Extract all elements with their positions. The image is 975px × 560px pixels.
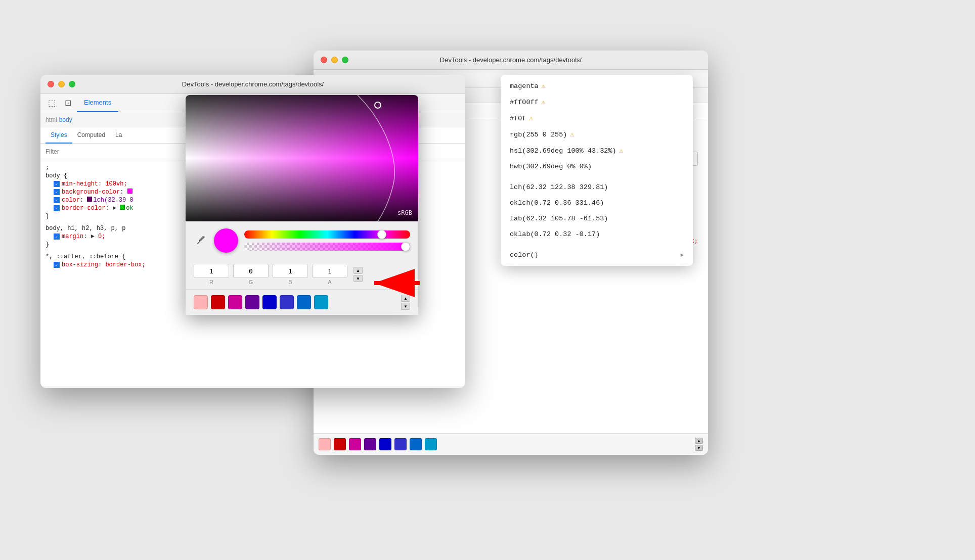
a-label: A: [328, 279, 331, 285]
back-swatch-4[interactable]: [379, 438, 391, 450]
warning-icon-magenta: ⚠: [542, 82, 546, 90]
color-swatch[interactable]: [87, 197, 92, 202]
front-tab-styles[interactable]: Styles: [46, 127, 72, 144]
r-field: R: [194, 264, 229, 285]
back-maximize-button[interactable]: [342, 57, 348, 63]
r-input[interactable]: [194, 264, 229, 278]
border-color-swatch[interactable]: [120, 205, 125, 210]
front-titlebar: DevTools - developer.chrome.com/tags/dev…: [40, 75, 465, 94]
g-field: G: [233, 264, 269, 285]
rgba-inputs: R G B A ▲ ▼: [186, 260, 418, 289]
back-swatches-down[interactable]: ▼: [695, 445, 703, 451]
dropdown-item-lch[interactable]: lch(62.32 122.38 329.81): [501, 179, 693, 195]
b-field: B: [273, 264, 308, 285]
color-controls: [186, 221, 418, 260]
back-swatch-2[interactable]: [349, 438, 361, 450]
back-swatch-0[interactable]: [319, 438, 331, 450]
dropdown-item-oklch[interactable]: oklch(0.72 0.36 331.46): [501, 195, 693, 211]
swatch-0[interactable]: [194, 295, 208, 309]
color-swatches-row: ▲ ▼: [186, 289, 418, 315]
back-swatches-row: ▲ ▼: [314, 433, 708, 455]
swatch-1[interactable]: [211, 295, 225, 309]
prop-checkbox-min-height[interactable]: [54, 181, 60, 187]
spinner-down[interactable]: ▼: [353, 275, 363, 282]
a-field: A: [312, 264, 347, 285]
back-titlebar: DevTools - developer.chrome.com/tags/dev…: [314, 51, 708, 70]
front-tab-elements[interactable]: Elements: [77, 94, 118, 112]
alpha-thumb[interactable]: [401, 242, 410, 251]
front-cursor-icon[interactable]: ⬚: [45, 96, 59, 110]
dropdown-item-f0f[interactable]: #f0f ⚠: [501, 110, 693, 126]
dropdown-item-ff00ff[interactable]: #ff00ff ⚠: [501, 94, 693, 110]
swatches-up[interactable]: ▲: [401, 295, 410, 302]
front-maximize-button[interactable]: [69, 81, 75, 87]
front-window-title: DevTools - developer.chrome.com/tags/dev…: [182, 80, 324, 88]
prop-checkbox-bg[interactable]: [54, 189, 60, 195]
dropdown-item-magenta[interactable]: magenta ⚠: [501, 78, 693, 94]
r-label: R: [209, 279, 213, 285]
prop-checkbox-margin[interactable]: [54, 234, 60, 240]
g-input[interactable]: [233, 264, 269, 278]
warning-icon-rgb: ⚠: [570, 130, 574, 138]
swatch-6[interactable]: [297, 295, 311, 309]
swatch-5[interactable]: [280, 295, 294, 309]
gamut-curve: [186, 95, 418, 221]
g-label: G: [249, 279, 253, 285]
prop-checkbox-border[interactable]: [54, 205, 60, 211]
b-label: B: [288, 279, 292, 285]
hue-thumb[interactable]: [377, 230, 386, 239]
warning-icon-f0f: ⚠: [529, 114, 533, 122]
color-preview[interactable]: [214, 228, 238, 253]
front-minimize-button[interactable]: [58, 81, 65, 87]
alpha-slider[interactable]: [244, 243, 410, 251]
front-tab-computed[interactable]: Computed: [72, 127, 110, 144]
back-swatch-3[interactable]: [364, 438, 376, 450]
back-swatch-5[interactable]: [394, 438, 407, 450]
front-tab-la[interactable]: La: [110, 127, 127, 144]
warning-icon-ff00ff: ⚠: [542, 98, 546, 106]
front-breadcrumb-body[interactable]: body: [59, 116, 72, 123]
dropdown-divider-2: [501, 242, 693, 247]
spectrum-cursor[interactable]: [374, 102, 381, 109]
front-close-button[interactable]: [48, 81, 54, 87]
back-swatch-7[interactable]: [425, 438, 437, 450]
swatch-3[interactable]: [245, 295, 259, 309]
rgba-spinner: ▲ ▼: [353, 267, 363, 282]
warning-icon-hsl: ⚠: [619, 147, 624, 155]
dropdown-item-hsl[interactable]: hsl(302.69deg 100% 43.32%) ⚠: [501, 143, 693, 159]
back-swatch-1[interactable]: [334, 438, 346, 450]
front-traffic-lights[interactable]: [48, 81, 75, 87]
srgb-label: sRGB: [397, 209, 412, 216]
swatch-7[interactable]: [314, 295, 328, 309]
color-arrow-icon: ►: [680, 252, 684, 258]
spinner-up[interactable]: ▲: [353, 267, 363, 274]
back-traffic-lights[interactable]: [321, 57, 348, 63]
prop-checkbox-color[interactable]: [54, 197, 60, 203]
dropdown-item-rgb[interactable]: rgb(255 0 255) ⚠: [501, 126, 693, 143]
swatch-2[interactable]: [228, 295, 242, 309]
sliders-container: [244, 230, 410, 251]
back-window-title: DevTools - developer.chrome.com/tags/dev…: [440, 56, 582, 64]
dropdown-item-lab[interactable]: lab(62.32 105.78 -61.53): [501, 211, 693, 226]
swatch-4[interactable]: [262, 295, 277, 309]
dropdown-item-color[interactable]: color() ►: [501, 247, 693, 263]
front-breadcrumb-html[interactable]: html: [46, 116, 57, 123]
dropdown-item-hwb[interactable]: hwb(302.69deg 0% 0%): [501, 159, 693, 174]
eyedropper-button[interactable]: [194, 234, 208, 248]
dropdown-item-oklab[interactable]: oklab(0.72 0.32 -0.17): [501, 226, 693, 242]
prop-checkbox-box-sizing[interactable]: [54, 262, 60, 268]
back-close-button[interactable]: [321, 57, 327, 63]
back-swatches-up[interactable]: ▲: [695, 438, 703, 444]
front-inspect-icon[interactable]: ⊡: [61, 96, 75, 110]
color-spectrum[interactable]: sRGB: [186, 95, 418, 221]
color-format-dropdown: magenta ⚠ #ff00ff ⚠ #f0f ⚠ rgb(255 0 255…: [501, 75, 693, 266]
dropdown-divider-1: [501, 174, 693, 179]
swatches-down[interactable]: ▼: [401, 303, 410, 310]
back-minimize-button[interactable]: [331, 57, 338, 63]
bg-color-swatch[interactable]: [127, 189, 132, 194]
eyedropper-icon: [196, 236, 206, 246]
b-input[interactable]: [273, 264, 308, 278]
a-input[interactable]: [312, 264, 347, 278]
hue-slider[interactable]: [244, 230, 410, 239]
back-swatch-6[interactable]: [410, 438, 422, 450]
